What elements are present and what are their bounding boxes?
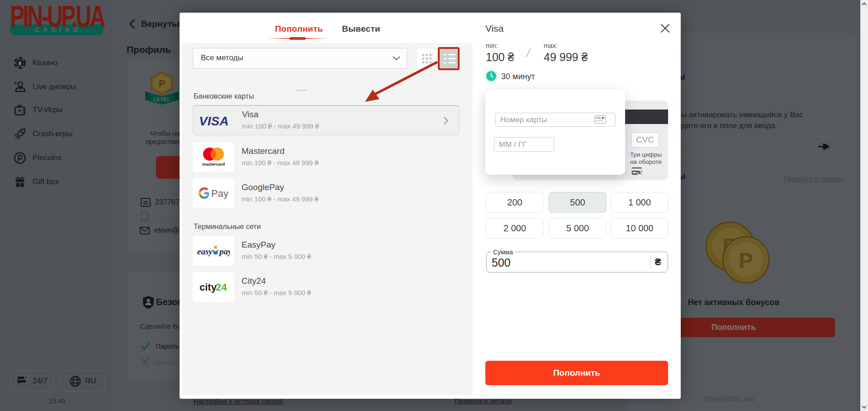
svg-text:VISA: VISA bbox=[199, 116, 228, 128]
svg-text:Pay: Pay bbox=[211, 188, 228, 199]
svg-text:easy: easy bbox=[197, 247, 213, 256]
svg-text:pay: pay bbox=[218, 247, 230, 256]
svg-text:mastercard: mastercard bbox=[202, 162, 225, 167]
svg-text:city: city bbox=[199, 282, 217, 293]
svg-text:24: 24 bbox=[216, 282, 227, 293]
